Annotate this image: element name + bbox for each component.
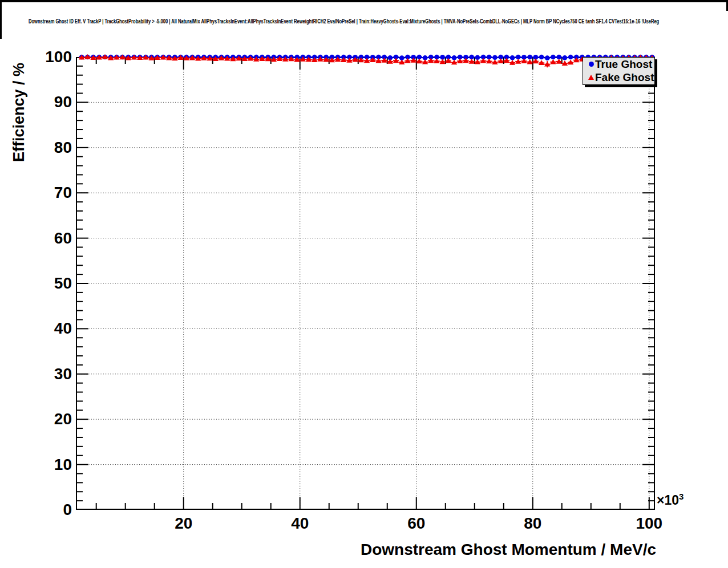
legend-entry-true-ghost: True Ghost: [583, 58, 654, 71]
x-axis-title: Downstream Ghost Momentum / MeV/c: [342, 541, 656, 559]
y-tick-label: 90: [22, 93, 72, 111]
legend-label: True Ghost: [595, 58, 652, 71]
plot-title: Downstream Ghost ID Eff. V TrackP | Trac…: [29, 18, 659, 25]
x-tick-label: 60: [388, 514, 445, 533]
x-axis-exponent: ×103: [657, 492, 683, 508]
x-tick-label: 20: [155, 514, 212, 533]
x-tick-label: 40: [272, 514, 329, 533]
y-tick-label: 0: [22, 501, 72, 519]
legend-entry-fake-ghost: Fake Ghost: [583, 71, 654, 84]
circle-marker-icon: [589, 62, 594, 67]
legend-marker-cell: [587, 75, 595, 80]
y-tick-label: 30: [22, 365, 72, 383]
y-tick-label: 60: [22, 229, 72, 248]
root-canvas: Downstream Ghost ID Eff. V TrackP | Trac…: [0, 0, 728, 568]
x-tick-label: 80: [504, 514, 561, 533]
y-tick-label: 40: [22, 319, 72, 338]
y-tick-label: 20: [22, 410, 72, 428]
legend-marker-cell: [587, 62, 595, 67]
y-tick-label: 100: [22, 48, 72, 66]
x-tick-label: 100: [621, 514, 678, 533]
canvas-border-left: [0, 0, 2, 39]
y-tick-label: 80: [22, 139, 72, 157]
y-tick-label: 10: [22, 456, 72, 474]
canvas-border-top: [0, 0, 728, 2]
y-tick-label: 70: [22, 184, 72, 202]
plot-area: [76, 57, 655, 510]
legend[interactable]: True Ghost Fake Ghost: [583, 57, 655, 85]
y-tick-label: 50: [22, 274, 72, 293]
legend-label: Fake Ghost: [595, 71, 654, 84]
triangle-marker-icon: [588, 75, 594, 80]
